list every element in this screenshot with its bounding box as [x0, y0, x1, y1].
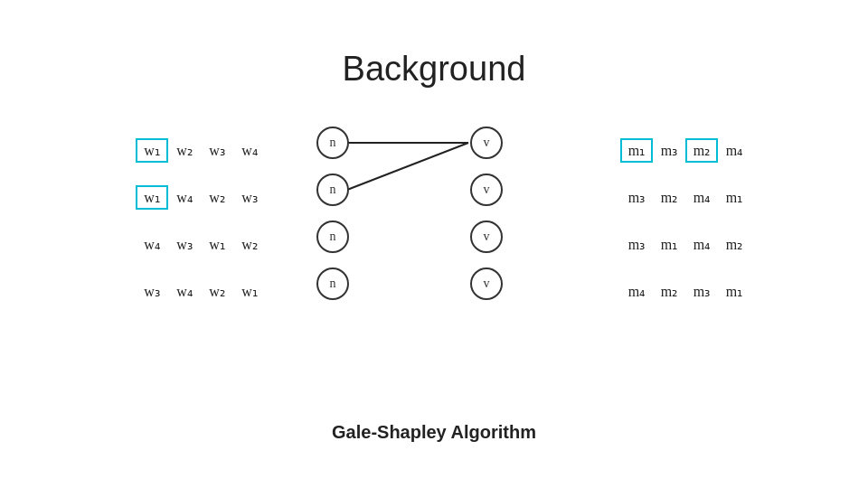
w-cell-1-0: w₁	[136, 185, 168, 210]
w-cell-2-1: w₃	[168, 236, 201, 253]
m-cell-1-2: m₄	[685, 189, 718, 206]
m-cell-0-1: m₃	[653, 142, 685, 159]
m-cell-3-3: m₁	[718, 283, 750, 300]
m-cell-1-0: m₃	[620, 189, 653, 206]
bottom-label: Gale-Shapley Algorithm	[0, 422, 868, 443]
m-cell-0-2: m₂	[685, 138, 718, 163]
w-cell-1-3: w₃	[233, 189, 266, 206]
m-cell-2-0: m₃	[620, 236, 653, 253]
m-cell-1-3: m₁	[718, 189, 750, 206]
svg-line-1	[347, 143, 468, 190]
m-cell-3-2: m₃	[685, 283, 718, 300]
w-cell-0-3: w₄	[233, 142, 266, 159]
w-cell-2-3: w₂	[233, 236, 266, 253]
w-cell-3-0: w₃	[136, 283, 168, 300]
w-cell-3-1: w₄	[168, 283, 201, 300]
w-cell-2-0: w₄	[136, 236, 168, 253]
m-circle-0: v	[470, 127, 503, 159]
w-circle-2: n	[316, 221, 349, 253]
page-title: Background	[0, 50, 868, 89]
w-cell-3-2: w₂	[201, 283, 233, 300]
w-cell-2-2: w₁	[201, 236, 233, 253]
m-circle-1: v	[470, 174, 503, 206]
m-cell-2-3: m₂	[718, 236, 750, 253]
m-circle-2: v	[470, 221, 503, 253]
m-cell-1-1: m₂	[653, 189, 685, 206]
w-circle-3: n	[316, 267, 349, 300]
w-circle-1: n	[316, 174, 349, 206]
w-cell-0-1: w₂	[168, 142, 201, 159]
m-cell-3-1: m₂	[653, 283, 685, 300]
w-circle-0: n	[316, 127, 349, 159]
m-cell-0-3: m₄	[718, 142, 750, 159]
m-cell-3-0: m₄	[620, 283, 653, 300]
men-preference-list: m₁ m₃ m₂ m₄ m₃ m₂ m₄ m₁ m₃ m₁ m₄ m₂ m₄ m…	[620, 127, 750, 314]
w-cell-1-2: w₂	[201, 189, 233, 206]
women-preference-list: w₁ w₂ w₃ w₄ w₁ w₄ w₂ w₃ w₄ w₃ w₁ w₂ w₃ w…	[136, 127, 266, 314]
m-cell-2-1: m₁	[653, 236, 685, 253]
m-circle-3: v	[470, 267, 503, 300]
w-cell-0-0: w₁	[136, 138, 168, 163]
w-cell-3-3: w₁	[233, 283, 266, 300]
w-cell-1-1: w₄	[168, 189, 201, 206]
m-cell-0-0: m₁	[620, 138, 653, 163]
m-cell-2-2: m₄	[685, 236, 718, 253]
w-cell-0-2: w₃	[201, 142, 233, 159]
